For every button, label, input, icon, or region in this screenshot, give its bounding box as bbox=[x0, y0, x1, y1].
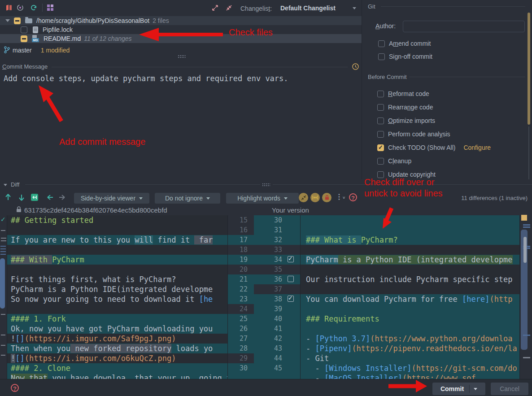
collapse-all-icon[interactable] bbox=[226, 4, 232, 13]
changelist-caret-icon[interactable] bbox=[353, 7, 356, 9]
option-checkbox[interactable] bbox=[377, 104, 384, 111]
stripe-marker-gold bbox=[521, 215, 527, 221]
diff-left-line: Then when you new forked repository load… bbox=[7, 344, 228, 353]
branch-name[interactable]: master bbox=[13, 47, 32, 54]
signoff-commit-option[interactable]: Sign-off commit bbox=[378, 50, 432, 63]
amend-checkbox[interactable] bbox=[378, 40, 385, 47]
cancel-button[interactable]: Cancel bbox=[491, 383, 528, 395]
change-marker bbox=[523, 357, 530, 358]
rollback-history-icon[interactable] bbox=[16, 4, 24, 13]
option-checkbox[interactable] bbox=[377, 131, 384, 138]
diff-row: 2035 bbox=[7, 265, 519, 274]
option-label: Optimize imports bbox=[388, 117, 435, 124]
expand-all-icon[interactable] bbox=[212, 4, 218, 13]
viewer-mode-dropdown[interactable]: Side-by-side viewer bbox=[74, 193, 149, 204]
option-checkbox[interactable] bbox=[377, 91, 384, 97]
diff-row: Then when you new forked repository load… bbox=[7, 344, 519, 353]
diff-right-line: - [Windows Installer](https://git-scm.co… bbox=[301, 363, 519, 373]
synchronize-scroll-icon[interactable] bbox=[310, 193, 320, 202]
change-marker bbox=[1, 314, 5, 315]
change-marker bbox=[1, 230, 5, 231]
commit-button[interactable]: Commit bbox=[432, 383, 485, 395]
readme-checkbox[interactable] bbox=[21, 35, 27, 42]
diff-gutter: 39 bbox=[254, 304, 301, 314]
diff-gutter: 32 bbox=[254, 235, 301, 245]
jump-to-source-icon[interactable] bbox=[31, 193, 39, 203]
author-label: Author: bbox=[375, 22, 396, 30]
diff-left-line: If you are new to this you will find it … bbox=[7, 235, 228, 245]
diff-right-line: - Git bbox=[301, 353, 519, 363]
before-commit-option[interactable]: Reformat code bbox=[377, 87, 491, 100]
diff-change-checkbox[interactable] bbox=[288, 256, 294, 262]
panel-scrollbar[interactable] bbox=[528, 13, 530, 125]
line-number-left: 29 bbox=[228, 353, 254, 363]
tree-row-pipfile[interactable]: Pipfile.lock bbox=[0, 25, 362, 34]
before-commit-option[interactable]: Rearrange code bbox=[377, 100, 491, 114]
highlight-mode-dropdown[interactable]: Highlight words bbox=[226, 193, 299, 204]
diff-change-checkbox[interactable] bbox=[288, 296, 294, 302]
option-checkbox[interactable] bbox=[377, 158, 384, 165]
go-left-icon[interactable] bbox=[46, 194, 54, 202]
diff-gutter: 33 bbox=[254, 245, 301, 255]
change-marker bbox=[0, 251, 6, 252]
line-number-left: 23 bbox=[228, 294, 254, 304]
diff-change-checkbox[interactable] bbox=[288, 276, 294, 282]
whitespace-dropdown[interactable]: Do not ignore bbox=[155, 193, 220, 204]
next-change-icon[interactable] bbox=[18, 193, 25, 203]
diff-gutter: 36 bbox=[254, 274, 301, 284]
tree-row-root[interactable]: /home/scragly/Github/PyDisSeasonalBot 2 … bbox=[0, 16, 362, 25]
previous-change-icon[interactable] bbox=[4, 193, 12, 203]
before-commit-list: Reformat codeRearrange codeOptimize impo… bbox=[377, 87, 491, 181]
group-by-icon[interactable] bbox=[47, 4, 54, 13]
diff-gutter bbox=[254, 373, 301, 379]
dropdown-caret-icon bbox=[206, 197, 210, 200]
amend-commit-option[interactable]: Amend commit bbox=[378, 37, 431, 50]
change-marker bbox=[1, 355, 5, 356]
history-clock-icon[interactable] bbox=[352, 63, 359, 72]
changelist-select[interactable]: Default Changelist bbox=[280, 4, 336, 12]
before-commit-option[interactable]: Perform code analysis bbox=[377, 127, 491, 141]
signoff-checkbox[interactable] bbox=[378, 53, 385, 60]
diff-gutter: 38 bbox=[254, 294, 301, 304]
commit-options-caret-icon[interactable] bbox=[474, 388, 477, 390]
more-options-icon[interactable]: ⋮˅ bbox=[336, 192, 345, 201]
modified-count[interactable]: 1 modified bbox=[41, 47, 70, 54]
collapse-unchanged-icon[interactable] bbox=[299, 193, 308, 202]
change-marker bbox=[0, 254, 6, 255]
author-input[interactable] bbox=[403, 21, 525, 32]
diff-left-line: PyCharm is a Python IDE(integrated devel… bbox=[7, 284, 228, 294]
git-section-title: Git bbox=[368, 3, 375, 10]
before-commit-option[interactable]: Cleanup bbox=[377, 154, 491, 168]
commit-message-input[interactable]: Add console steps, update pycharm steps … bbox=[4, 74, 358, 83]
diff-row: Ok, now you have got PyCharm downloading… bbox=[7, 324, 519, 334]
diff-right-line: PyCharm is a Python IDE (integrated deve… bbox=[301, 255, 519, 265]
option-label: Reformat code bbox=[388, 90, 429, 97]
go-right-icon[interactable] bbox=[58, 194, 66, 202]
splitter-handle[interactable] bbox=[178, 55, 186, 58]
option-checkbox[interactable] bbox=[377, 117, 384, 124]
diff-left-line: ## Getting started bbox=[7, 215, 228, 225]
tree-row-readme[interactable]: MD README.md 11 of 12 changes bbox=[0, 34, 362, 43]
help-icon[interactable]: ? bbox=[11, 384, 19, 392]
diff-right-line bbox=[301, 225, 519, 235]
option-checkbox[interactable] bbox=[377, 144, 384, 151]
diff-splitter-handle[interactable] bbox=[262, 183, 270, 186]
chevron-down-icon[interactable] bbox=[5, 19, 10, 22]
commit-icon[interactable] bbox=[5, 4, 13, 13]
inner-scrollbar-thumb[interactable] bbox=[523, 237, 527, 263]
root-checkbox[interactable] bbox=[14, 17, 21, 24]
before-commit-option[interactable]: Check TODO (Show All)Configure bbox=[377, 141, 491, 154]
diff-left-line: So now your going to need to download it… bbox=[7, 294, 228, 304]
folder-icon bbox=[25, 18, 32, 23]
pipfile-checkbox[interactable] bbox=[21, 26, 27, 33]
read-only-lock-icon[interactable] bbox=[322, 193, 331, 202]
configure-link[interactable]: Configure bbox=[463, 144, 491, 151]
left-scrollbar-thumb[interactable] bbox=[0, 258, 5, 309]
refresh-icon[interactable] bbox=[30, 4, 38, 13]
diff-right-line bbox=[301, 284, 519, 294]
diff-collapse-icon[interactable] bbox=[4, 184, 7, 186]
before-commit-option[interactable]: Optimize imports bbox=[377, 114, 491, 127]
diff-row: 2439 bbox=[7, 304, 519, 314]
help-icon[interactable]: ? bbox=[349, 193, 357, 201]
line-number-left: 20 bbox=[228, 265, 254, 274]
